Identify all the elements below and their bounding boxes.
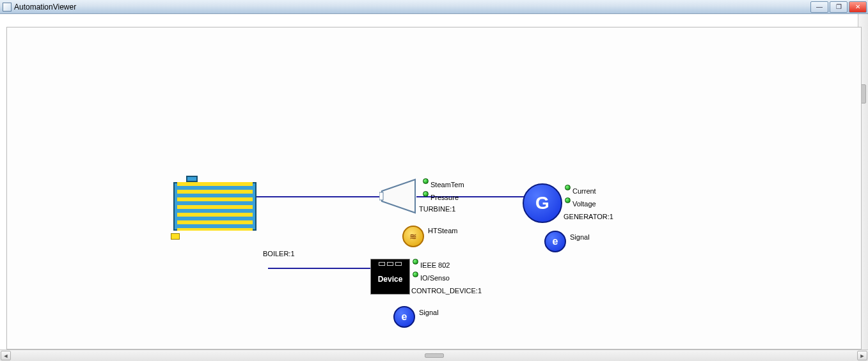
boiler-label: BOILER:1 [263,250,295,257]
svg-marker-0 [382,180,415,213]
workspace: BOILER:1 SteamTem Pressure TURBINE:1 ≋ H… [6,27,862,349]
boiler-node[interactable] [173,176,256,237]
turbine-node[interactable] [379,178,418,210]
generator-port-voltage-label: Voltage [572,200,596,208]
generator-port-current-label: Current [572,187,596,195]
control-device-node[interactable]: Device [370,259,410,295]
turbine-port-steamtem-label: SteamTem [430,181,464,188]
horizontal-scroll-thumb[interactable] [425,353,444,358]
wire-to-control [268,268,370,269]
title-bar: AutomationViewer ― ❐ ✕ [0,0,868,14]
close-button[interactable]: ✕ [849,1,867,13]
turbine-port-pressure[interactable] [423,191,429,197]
signal-generator-node[interactable]: e [544,231,566,252]
signal-control-label: Signal [419,309,439,316]
signal-generator-label: Signal [570,233,590,241]
hscroll-right-button[interactable]: ► [857,351,867,360]
control-device-box-text: Device [378,275,403,284]
generator-port-voltage[interactable] [565,197,571,203]
generator-node[interactable]: G [523,183,562,223]
window-controls: ― ❐ ✕ [809,1,867,13]
window-title: AutomationViewer [14,3,76,12]
generator-port-current[interactable] [565,185,571,190]
htsteam-label: HTSteam [428,227,457,234]
minimize-button[interactable]: ― [810,1,828,13]
wire-boiler-turbine [256,196,382,197]
svg-rect-1 [379,192,383,200]
diagram-canvas[interactable]: BOILER:1 SteamTem Pressure TURBINE:1 ≋ H… [7,27,861,349]
generator-label: GENERATOR:1 [564,213,613,220]
turbine-port-steamtem[interactable] [423,178,429,184]
control-port-io-label: IO/Senso [420,274,450,282]
hscroll-left-button[interactable]: ◄ [1,351,11,360]
signal-control-node[interactable]: e [393,306,415,328]
maximize-button[interactable]: ❐ [830,1,848,13]
control-device-label: CONTROL_DEVICE:1 [411,287,482,295]
turbine-port-pressure-label: Pressure [430,194,459,201]
app-icon [3,3,12,12]
control-port-ieee[interactable] [413,259,418,265]
turbine-label: TURBINE:1 [419,205,455,213]
control-port-ieee-label: IEEE 802 [420,261,450,269]
horizontal-scrollbar[interactable]: ◄ ► [0,349,868,361]
control-port-io[interactable] [413,272,418,277]
htsteam-node[interactable]: ≋ [402,226,424,247]
